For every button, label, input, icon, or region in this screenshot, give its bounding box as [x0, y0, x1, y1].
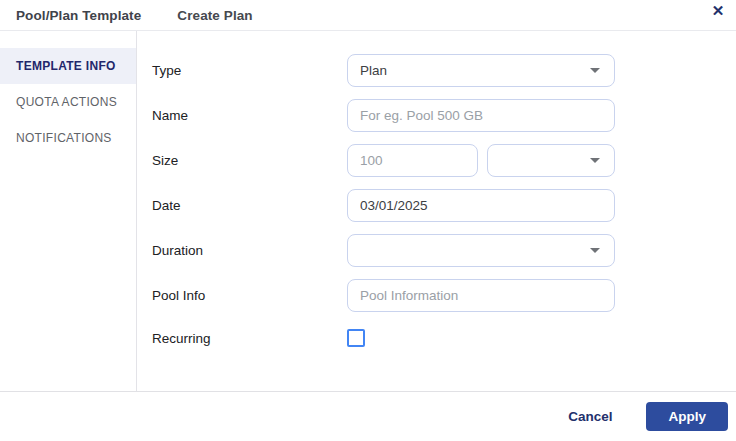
dialog-footer: Cancel Apply [0, 391, 736, 441]
date-row: Date [152, 189, 736, 222]
sidebar: TEMPLATE INFO QUOTA ACTIONS NOTIFICATION… [0, 31, 137, 391]
name-label: Name [152, 108, 347, 123]
size-label: Size [152, 153, 347, 168]
pool-info-row: Pool Info [152, 279, 736, 312]
recurring-label: Recurring [152, 331, 347, 346]
dialog-header: Pool/Plan Template Create Plan ✕ [0, 0, 736, 31]
type-select[interactable]: Plan [347, 54, 615, 87]
name-input[interactable] [347, 99, 615, 132]
duration-label: Duration [152, 243, 347, 258]
apply-button[interactable]: Apply [646, 402, 728, 431]
chevron-down-icon [590, 158, 600, 163]
dialog-title: Pool/Plan Template [16, 8, 141, 23]
size-input[interactable] [347, 144, 478, 177]
date-input[interactable] [347, 189, 615, 222]
type-label: Type [152, 63, 347, 78]
size-row: Size [152, 144, 736, 177]
size-unit-select[interactable] [487, 144, 615, 177]
cancel-button[interactable]: Cancel [558, 401, 622, 432]
date-label: Date [152, 198, 347, 213]
type-row: Type Plan [152, 54, 736, 87]
tab-quota-actions[interactable]: QUOTA ACTIONS [0, 84, 136, 120]
duration-select[interactable] [347, 234, 615, 267]
recurring-checkbox[interactable] [347, 329, 365, 347]
recurring-row: Recurring [152, 329, 736, 347]
type-select-value: Plan [360, 63, 387, 78]
name-row: Name [152, 99, 736, 132]
dialog-body: TEMPLATE INFO QUOTA ACTIONS NOTIFICATION… [0, 31, 736, 391]
pool-info-input[interactable] [347, 279, 615, 312]
pool-info-label: Pool Info [152, 288, 347, 303]
chevron-down-icon [590, 248, 600, 253]
tab-template-info[interactable]: TEMPLATE INFO [0, 48, 136, 84]
tab-notifications[interactable]: NOTIFICATIONS [0, 120, 136, 156]
chevron-down-icon [590, 68, 600, 73]
dialog-subtitle: Create Plan [177, 8, 252, 23]
duration-row: Duration [152, 234, 736, 267]
create-plan-dialog: Pool/Plan Template Create Plan ✕ TEMPLAT… [0, 0, 736, 441]
form-panel: Type Plan Name Size Date [137, 31, 736, 391]
close-icon[interactable]: ✕ [706, 0, 730, 23]
